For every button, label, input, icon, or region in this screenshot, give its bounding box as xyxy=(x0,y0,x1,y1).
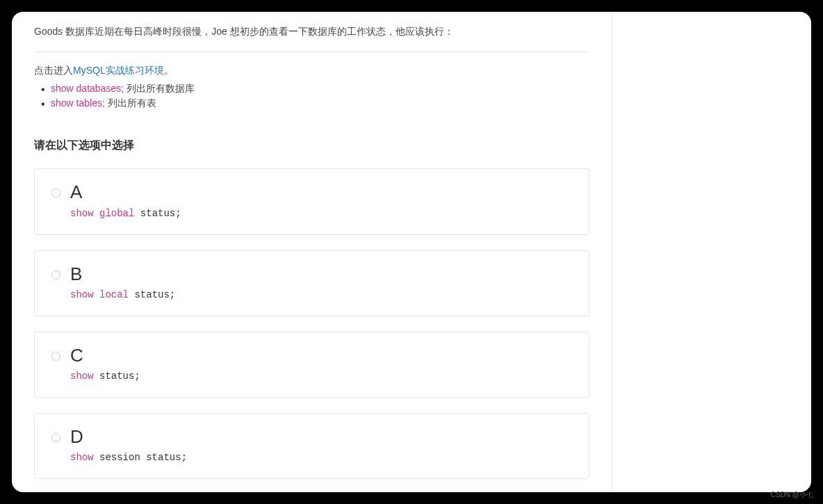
divider xyxy=(34,51,589,52)
radio-icon[interactable] xyxy=(51,188,60,197)
option-code: show local status; xyxy=(70,289,572,300)
option-d[interactable]: D show session status; xyxy=(34,413,589,479)
code-highlight: show databases; xyxy=(51,83,124,94)
list-item: show tables; 列出所有表 xyxy=(51,96,589,111)
radio-icon[interactable] xyxy=(51,433,60,442)
code-token xyxy=(94,289,99,300)
option-a[interactable]: A show global status; xyxy=(34,168,589,234)
radio-icon[interactable] xyxy=(51,270,60,279)
code-keyword: local xyxy=(99,289,129,300)
intro-suffix: 。 xyxy=(164,65,174,76)
option-body: B show local status; xyxy=(70,263,572,300)
code-desc: 列出所有表 xyxy=(105,97,156,108)
code-token: status; xyxy=(129,289,175,300)
code-token: status; xyxy=(94,371,140,382)
code-token xyxy=(94,208,99,219)
code-desc: 列出所有数据库 xyxy=(124,83,195,94)
code-keyword: show xyxy=(70,208,94,219)
code-keyword: show xyxy=(70,371,94,382)
option-code: show global status; xyxy=(70,208,572,219)
page-container: Goods 数据库近期在每日高峰时段很慢，Joe 想初步的查看一下数据库的工作状… xyxy=(12,12,811,492)
option-letter: A xyxy=(70,181,572,203)
command-list: show databases; 列出所有数据库 show tables; 列出所… xyxy=(34,81,589,111)
code-highlight: show tables; xyxy=(51,97,105,108)
options-heading: 请在以下选项中选择 xyxy=(34,138,589,153)
option-body: C show status; xyxy=(70,345,572,382)
intro-prefix: 点击进入 xyxy=(34,65,73,76)
code-keyword: global xyxy=(99,208,134,219)
option-code: show status; xyxy=(70,371,572,382)
option-letter: B xyxy=(70,263,572,285)
code-token: session status; xyxy=(94,452,187,463)
code-token: status; xyxy=(134,208,181,219)
option-letter: D xyxy=(70,426,572,448)
option-code: show session status; xyxy=(70,452,572,463)
option-body: D show session status; xyxy=(70,426,572,463)
list-item: show databases; 列出所有数据库 xyxy=(51,81,589,96)
option-letter: C xyxy=(70,345,572,366)
intro-line: 点击进入MySQL实战练习环境。 xyxy=(34,65,589,77)
code-keyword: show xyxy=(70,452,94,463)
option-b[interactable]: B show local status; xyxy=(34,250,589,316)
watermark: CSDN @小七 xyxy=(771,490,813,500)
sidebar xyxy=(612,12,811,492)
code-keyword: show xyxy=(70,289,94,300)
option-c[interactable]: C show status; xyxy=(34,332,589,398)
practice-env-link[interactable]: MySQL实战练习环境 xyxy=(73,65,164,76)
radio-icon[interactable] xyxy=(51,352,60,361)
option-body: A show global status; xyxy=(70,181,572,218)
question-text: Goods 数据库近期在每日高峰时段很慢，Joe 想初步的查看一下数据库的工作状… xyxy=(34,24,589,51)
main-content: Goods 数据库近期在每日高峰时段很慢，Joe 想初步的查看一下数据库的工作状… xyxy=(12,12,612,492)
